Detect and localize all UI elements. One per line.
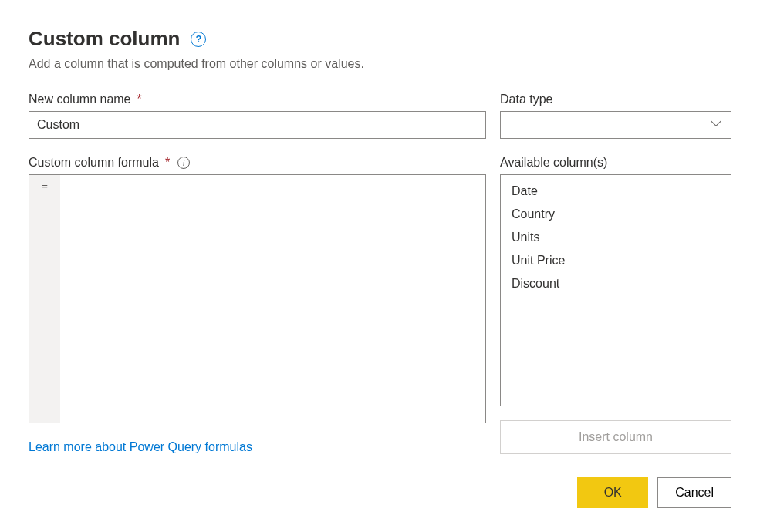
ok-button[interactable]: OK: [577, 477, 648, 508]
column-name-label-text: New column name: [29, 93, 131, 106]
list-item[interactable]: Units: [501, 226, 731, 249]
right-column: Data type Available column(s) Date Count…: [500, 93, 731, 454]
required-asterisk: *: [165, 156, 170, 170]
form-area: New column name* Custom column formula* …: [29, 93, 731, 454]
formula-label-text: Custom column formula: [29, 156, 159, 170]
available-columns-list: Date Country Units Unit Price Discount: [500, 174, 731, 406]
formula-gutter: =: [29, 175, 60, 423]
formula-label: Custom column formula* i: [29, 156, 486, 170]
list-item[interactable]: Discount: [501, 272, 731, 295]
insert-column-button[interactable]: Insert column: [500, 420, 731, 454]
cancel-button[interactable]: Cancel: [657, 477, 731, 508]
dialog-footer: OK Cancel: [29, 477, 731, 508]
help-icon[interactable]: ?: [191, 32, 206, 47]
formula-input[interactable]: [60, 175, 485, 423]
list-item[interactable]: Unit Price: [501, 249, 731, 272]
data-type-select[interactable]: [500, 111, 731, 139]
chevron-down-icon: [712, 120, 723, 130]
available-columns-label: Available column(s): [500, 156, 731, 170]
required-asterisk: *: [137, 93, 142, 106]
column-name-label: New column name*: [29, 93, 486, 106]
list-item[interactable]: Country: [501, 203, 731, 226]
column-name-input[interactable]: [29, 111, 486, 139]
available-columns-section: Available column(s) Date Country Units U…: [500, 156, 731, 454]
dialog-title: Custom column: [29, 27, 180, 51]
learn-more-link[interactable]: Learn more about Power Query formulas: [29, 440, 486, 454]
info-icon[interactable]: i: [177, 157, 190, 169]
dialog-header: Custom column ?: [29, 27, 731, 51]
custom-column-dialog: Custom column ? Add a column that is com…: [2, 2, 758, 530]
data-type-label: Data type: [500, 93, 731, 106]
dialog-subtitle: Add a column that is computed from other…: [29, 57, 731, 71]
formula-editor: =: [29, 174, 486, 423]
list-item[interactable]: Date: [501, 180, 731, 203]
formula-section: Custom column formula* i = Learn more ab…: [29, 156, 486, 454]
left-column: New column name* Custom column formula* …: [29, 93, 486, 454]
